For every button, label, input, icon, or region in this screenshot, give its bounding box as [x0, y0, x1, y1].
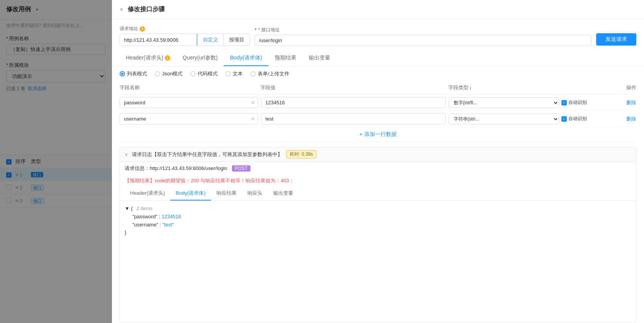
modal-dialog: × 修改接口步骤 请求地址 i 自定义 按项目 * * 接口地址 发送请求	[112, 0, 644, 323]
json-password-value: 1234516	[162, 214, 181, 219]
post-method-badge: POST	[232, 165, 251, 172]
json-open-brace: ▼ { 2 items	[125, 205, 631, 213]
field-row-username: ✕ 字符串(stri... 自动识别 删除	[120, 111, 636, 127]
header-tab-info-icon: i	[165, 55, 170, 61]
api-path-input[interactable]	[255, 35, 592, 46]
field-name-input-1[interactable]	[120, 97, 258, 108]
tab-expected[interactable]: 预期结果	[269, 51, 303, 66]
tab-output[interactable]: 输出变量	[303, 51, 336, 66]
delete-btn-2[interactable]: 删除	[626, 116, 636, 122]
log-header[interactable]: ∨ 请求日志【双击下方结果中任意字段值，可将其添加至参数列表中】 耗时: 0.3…	[120, 147, 636, 162]
result-tab-req-body[interactable]: Body(请求体)	[170, 187, 211, 201]
field-value-input-2[interactable]	[261, 113, 446, 124]
json-items-comment: 2 items	[136, 206, 152, 211]
result-tabs-bar: Header(请求头) Body(请求体) 响应结果 响应头 输出变量	[120, 187, 636, 201]
base-url-group: 请求地址 i 自定义 按项目	[120, 26, 250, 46]
tab-query[interactable]: Query(url参数)	[176, 51, 224, 66]
request-addr-info-icon: i	[140, 26, 145, 32]
field-type-info-icon: i	[470, 85, 471, 91]
mode-text[interactable]: 文本	[225, 70, 243, 77]
log-error-message: 【预期结果】code的期望值：200 与响应结果不相等！响应结果值为：403；	[120, 175, 636, 187]
field-name-header: 字段名称	[120, 84, 260, 91]
auto-checkbox-2[interactable]	[561, 116, 567, 122]
result-tab-req-header[interactable]: Header(请求头)	[125, 187, 170, 201]
result-tab-resp-result[interactable]: 响应结果	[211, 187, 242, 201]
field-value-header: 字段值	[260, 84, 448, 91]
add-row-button[interactable]: + 添加一行数据	[120, 127, 636, 142]
api-path-group: * * 接口地址	[255, 27, 592, 46]
mode-text-radio[interactable]	[225, 71, 231, 76]
result-tab-resp-header[interactable]: 响应头	[242, 187, 268, 201]
auto-detect-2[interactable]: 自动识别	[561, 116, 587, 122]
tab-body[interactable]: Body(请求体)	[224, 51, 268, 66]
mode-json[interactable]: Json模式	[155, 70, 183, 77]
fields-header: 字段名称 字段值 字段类型 i 操作	[120, 81, 636, 95]
field-ops-header: 操作	[589, 84, 636, 91]
send-button[interactable]: 发送请求	[596, 33, 636, 46]
mode-json-radio[interactable]	[155, 71, 160, 76]
auto-detect-1[interactable]: 自动识别	[561, 99, 587, 106]
field-row-password: ✕ 数字(int/fl... 自动识别 删除	[120, 95, 636, 111]
mode-list[interactable]: 列表模式	[120, 70, 147, 77]
log-info-bar: 请求信息：http://121.43.43.59:8006/user/login…	[120, 162, 636, 175]
time-badge: 耗时: 0.39s	[286, 150, 316, 158]
mode-code[interactable]: 代码模式	[190, 70, 218, 77]
close-button[interactable]: ×	[120, 6, 123, 13]
json-password-row: "password" : 1234516	[125, 213, 631, 221]
json-username-value: "test"	[162, 222, 174, 228]
field-clear-2[interactable]: ✕	[251, 116, 255, 122]
log-section: ∨ 请求日志【双击下方结果中任意字段值，可将其添加至参数列表中】 耗时: 0.3…	[120, 147, 636, 323]
main-tabs-bar: Header(请求头) i Query(url参数) Body(请求体) 预期结…	[112, 51, 644, 66]
delete-btn-1[interactable]: 删除	[626, 99, 636, 106]
field-type-header: 字段类型 i	[448, 84, 589, 91]
base-url-input[interactable]	[120, 35, 197, 45]
fields-table: 字段名称 字段值 字段类型 i 操作 ✕ 数字(int/fl...	[112, 81, 644, 127]
tab-header[interactable]: Header(请求头) i	[120, 51, 176, 66]
field-type-select-1[interactable]: 数字(int/fl...	[449, 97, 559, 108]
result-tab-output-var[interactable]: 输出变量	[268, 187, 299, 201]
mode-form[interactable]: 表单/上传文件	[250, 70, 289, 77]
log-chevron-icon: ∨	[125, 152, 128, 157]
field-value-input-1[interactable]	[261, 97, 446, 108]
mode-list-radio[interactable]	[120, 71, 125, 76]
auto-checkbox-1[interactable]	[561, 100, 567, 105]
json-close-brace: }	[125, 229, 631, 237]
custom-button[interactable]: 自定义	[197, 34, 224, 46]
api-addr-label: * 接口地址	[258, 27, 280, 33]
request-form: 请求地址 i 自定义 按项目 * * 接口地址 发送请求	[112, 19, 644, 46]
mode-form-radio[interactable]	[250, 71, 256, 76]
modal-title: 修改接口步骤	[128, 5, 165, 14]
project-button[interactable]: 按项目	[224, 34, 250, 46]
field-type-select-2[interactable]: 字符串(stri...	[449, 114, 559, 124]
request-addr-label: 请求地址	[120, 26, 138, 32]
mode-code-radio[interactable]	[190, 71, 196, 76]
field-name-input-2[interactable]	[120, 113, 258, 124]
modal-header: × 修改接口步骤	[112, 0, 644, 19]
request-info-text: 请求信息：http://121.43.43.59:8006/user/login	[125, 165, 227, 171]
json-username-row: "username" : "test"	[125, 221, 631, 229]
json-display: ▼ { 2 items "password" : 1234516 "userna…	[120, 201, 636, 323]
log-title: 请求日志【双击下方结果中任意字段值，可将其添加至参数列表中】	[132, 151, 282, 158]
field-clear-1[interactable]: ✕	[251, 100, 255, 105]
body-mode-bar: 列表模式 Json模式 代码模式 文本 表单/上传文件	[112, 66, 644, 81]
